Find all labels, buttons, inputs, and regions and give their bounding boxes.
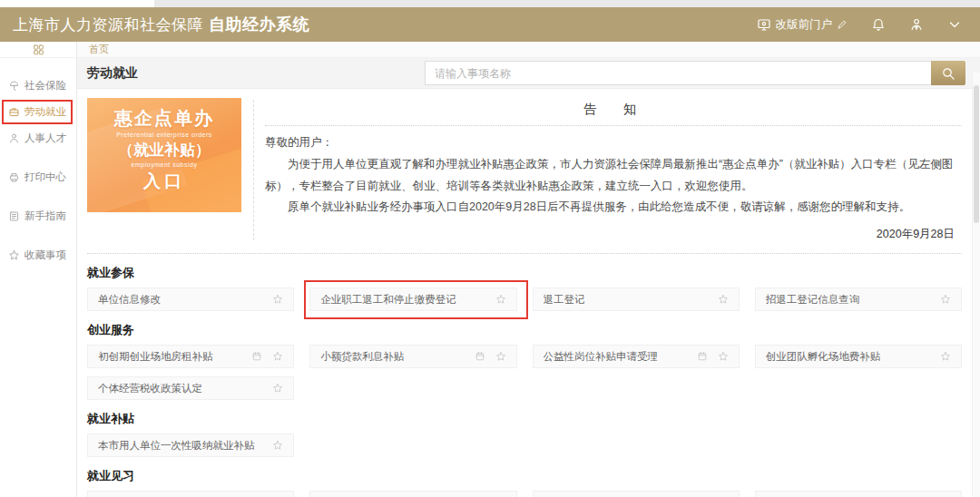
- app-header: 上海市人力资源和社会保障自助经办系统 改版前门户: [0, 7, 980, 42]
- app-frame: 社会保险 劳动就业 人事人才 打印中心 新手指南 收藏事项 首页 劳动就业: [0, 42, 980, 497]
- sidebar-item-label: 人事人才: [24, 132, 66, 145]
- section-title: 创业服务: [87, 322, 962, 338]
- scrollbar-track[interactable]: [972, 73, 980, 497]
- monitor-icon: [757, 17, 771, 32]
- section-grid: 用人单位申请成为就业见习基地 试运行就业见习基地转正申请 就业见习基地信息维护 …: [87, 491, 962, 497]
- service-card[interactable]: 试运行就业见习基地转正申请: [309, 491, 516, 497]
- service-card[interactable]: 企业职工退工和停止缴费登记: [309, 287, 516, 311]
- service-card[interactable]: 本市用人单位一次性吸纳就业补贴: [87, 434, 294, 457]
- old-portal-link[interactable]: 改版前门户: [757, 17, 848, 33]
- banner-subtitle-en: employment subsidy: [87, 161, 241, 168]
- insurance-icon: [8, 80, 20, 92]
- search-bar: [425, 61, 965, 85]
- sidebar-item-guide[interactable]: 新手指南: [0, 203, 76, 229]
- sidebar-item-label: 社会保险: [24, 79, 66, 93]
- main-area: 首页 劳动就业 惠企点单办 Preferential enterprise or…: [77, 42, 980, 497]
- page-title: 劳动就业: [87, 65, 138, 82]
- sidebar-item-label: 劳动就业: [24, 105, 66, 119]
- favorite-star-icon[interactable]: [718, 351, 729, 362]
- service-section: 创业服务 初创期创业场地房租补贴 小额贷款利息补贴 公益性岗位补贴申请受理 创业…: [87, 322, 962, 400]
- guide-icon: [8, 210, 20, 222]
- subsidy-entry-banner[interactable]: 惠企点单办 Preferential enterprise orders （就业…: [87, 98, 241, 212]
- notice-separator: [265, 125, 962, 126]
- header-actions: 改版前门户: [757, 17, 968, 33]
- service-card-label: 公益性岗位补贴申请受理: [544, 350, 659, 364]
- service-section: 就业参保 单位信息修改 企业职工退工和停止缴费登记 退工登记 招退工登记信息查询: [87, 265, 962, 311]
- sidebar-item-star[interactable]: 收藏事项: [0, 242, 76, 268]
- sidebar-item-label: 新手指南: [24, 210, 66, 223]
- sidebar: 社会保险 劳动就业 人事人才 打印中心 新手指南 收藏事项: [0, 42, 77, 497]
- service-card-label: 退工登记: [544, 293, 585, 307]
- star-icon: [8, 249, 20, 261]
- banner-subtitle: （就业补贴）: [87, 140, 241, 161]
- sidebar-item-label: 收藏事项: [24, 248, 66, 262]
- calendar-icon: [475, 351, 485, 362]
- sidebar-item-label: 打印中心: [24, 171, 66, 184]
- favorite-star-icon[interactable]: [940, 294, 951, 305]
- bell-icon[interactable]: [871, 17, 886, 32]
- pencil-icon: [837, 19, 848, 30]
- service-card[interactable]: 就业见习学员管理: [755, 491, 962, 497]
- apps-grid-icon: [33, 44, 44, 55]
- service-card[interactable]: 创业团队孵化场地费补贴: [755, 345, 962, 368]
- service-card-label: 初创期创业场地房租补贴: [98, 350, 213, 364]
- sidebar-item-insurance[interactable]: 社会保险: [0, 73, 76, 99]
- notice-date: 2020年9月28日: [265, 227, 962, 242]
- service-card[interactable]: 小额贷款利息补贴: [309, 345, 516, 368]
- sidebar-item-person[interactable]: 人事人才: [0, 125, 76, 151]
- service-section: 就业见习 用人单位申请成为就业见习基地 试运行就业见习基地转正申请 就业见习基地…: [87, 468, 962, 497]
- user-icon[interactable]: [909, 17, 924, 32]
- service-card[interactable]: 单位信息修改: [87, 287, 294, 311]
- service-card[interactable]: 用人单位申请成为就业见习基地: [87, 491, 294, 497]
- banner-title: 惠企点单办: [87, 106, 241, 131]
- section-grid: 初创期创业场地房租补贴 小额贷款利息补贴 公益性岗位补贴申请受理 创业团队孵化场…: [87, 345, 962, 400]
- banner-entry-label: 入口: [87, 170, 241, 193]
- service-card[interactable]: 招退工登记信息查询: [755, 287, 962, 311]
- service-card-label: 小额贷款利息补贴: [320, 350, 404, 364]
- sidebar-menu: 社会保险 劳动就业 人事人才 打印中心 新手指南 收藏事项: [0, 58, 76, 268]
- briefcase-icon: [8, 106, 20, 118]
- sections: 就业参保 单位信息修改 企业职工退工和停止缴费登记 退工登记 招退工登记信息查询…: [87, 265, 962, 497]
- service-card-label: 创业团队孵化场地费补贴: [766, 350, 881, 364]
- app-title-prefix: 上海市人力资源和社会保障: [13, 16, 203, 34]
- service-card[interactable]: 退工登记: [533, 287, 740, 311]
- section-title: 就业补贴: [87, 411, 962, 427]
- favorite-star-icon[interactable]: [495, 294, 506, 305]
- service-card-label: 招退工登记信息查询: [766, 293, 860, 307]
- favorite-star-icon[interactable]: [272, 440, 283, 451]
- favorite-star-icon[interactable]: [272, 294, 283, 305]
- favorite-star-icon[interactable]: [718, 294, 729, 305]
- notice-body: 告 知 尊敬的用户： 为便于用人单位更直观了解和办理就业补贴惠企政策，市人力资源…: [265, 98, 962, 242]
- favorite-star-icon[interactable]: [940, 351, 951, 362]
- favorite-star-icon[interactable]: [272, 383, 283, 394]
- scrollbar-thumb[interactable]: [974, 85, 979, 223]
- service-card[interactable]: 公益性岗位补贴申请受理: [533, 345, 740, 368]
- search-icon: [941, 66, 956, 81]
- breadcrumb: 首页: [77, 42, 980, 58]
- service-card[interactable]: 个体经营税收政策认定: [87, 376, 294, 400]
- service-card-label: 个体经营税收政策认定: [98, 382, 202, 395]
- window-top-strip: [0, 0, 980, 7]
- old-portal-label: 改版前门户: [776, 17, 833, 33]
- breadcrumb-home[interactable]: 首页: [89, 43, 109, 56]
- sidebar-apps-button[interactable]: [0, 42, 76, 58]
- service-card-label: 企业职工退工和停止缴费登记: [320, 293, 456, 307]
- favorite-star-icon[interactable]: [495, 351, 506, 362]
- section-grid: 本市用人单位一次性吸纳就业补贴: [87, 434, 962, 457]
- notice-paragraph-2: 原单个就业补贴业务经办事项入口自2020年9月28日后不再提供服务，由此给您造成…: [265, 197, 962, 219]
- search-button[interactable]: [931, 61, 965, 85]
- section-grid: 单位信息修改 企业职工退工和停止缴费登记 退工登记 招退工登记信息查询: [87, 287, 962, 311]
- favorite-star-icon[interactable]: [272, 351, 283, 362]
- printer-icon: [8, 171, 20, 183]
- service-card[interactable]: 就业见习基地信息维护: [533, 491, 740, 497]
- sidebar-item-briefcase[interactable]: 劳动就业: [0, 99, 76, 125]
- search-input[interactable]: [425, 61, 931, 85]
- sidebar-item-printer[interactable]: 打印中心: [0, 164, 76, 190]
- notice-panel: 惠企点单办 Preferential enterprise orders （就业…: [87, 98, 962, 254]
- service-card-label: 单位信息修改: [98, 293, 161, 307]
- service-section: 就业补贴 本市用人单位一次性吸纳就业补贴: [87, 411, 962, 457]
- section-title: 就业参保: [87, 265, 962, 281]
- service-card[interactable]: 初创期创业场地房租补贴: [87, 345, 294, 368]
- chevron-down-icon[interactable]: [947, 17, 962, 32]
- notice-greeting: 尊敬的用户：: [265, 132, 962, 154]
